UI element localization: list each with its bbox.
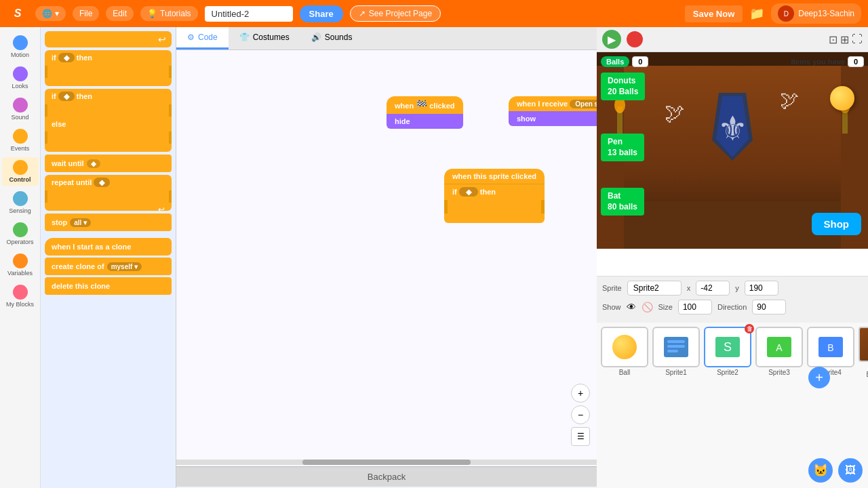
sprite-1-label: Sprite1: [665, 369, 687, 376]
costume-icon: 👕: [239, 33, 250, 42]
sprite-2-delete[interactable]: 🗑: [745, 324, 754, 333]
sprite-3-item[interactable]: A Sprite3: [755, 327, 803, 376]
add-sprite-button[interactable]: +: [808, 367, 830, 388]
motion-label: Motion: [11, 52, 29, 58]
svg-text:A: A: [776, 342, 783, 353]
add-backdrop-button[interactable]: 🖼: [838, 458, 863, 483]
sidebar-item-myblocks[interactable]: My Blocks: [2, 282, 39, 310]
show-hidden-button[interactable]: 🚫: [642, 302, 653, 312]
stage-item[interactable]: Stage Backdrops2: [859, 327, 868, 386]
operators-label: Operators: [6, 239, 33, 245]
edit-button[interactable]: Edit: [106, 6, 134, 21]
file-button[interactable]: File: [73, 6, 99, 21]
tab-costumes[interactable]: 👕 Costumes: [229, 27, 300, 49]
sprite-ball-label: Ball: [619, 369, 631, 376]
direction-label: Direction: [717, 303, 747, 311]
stop-block[interactable]: stop all ▾: [45, 214, 172, 231]
sprite1-image: [660, 333, 692, 361]
start-as-clone-block[interactable]: when I start as a clone: [45, 238, 172, 256]
share-button[interactable]: Share: [300, 5, 343, 22]
size-label: Size: [658, 303, 673, 311]
show-visible-button[interactable]: 👁: [627, 302, 636, 312]
bat-score-label: Bat80 balls: [601, 188, 644, 216]
project-title-input[interactable]: [205, 6, 293, 22]
create-clone-block[interactable]: create clone of myself ▾: [45, 258, 172, 275]
sprite-1-item[interactable]: Sprite1: [652, 327, 700, 376]
user-avatar: D: [778, 5, 794, 22]
variables-label: Variables: [7, 270, 33, 277]
sprite-ball-item[interactable]: Ball: [601, 327, 648, 376]
scrollbar-thumb[interactable]: [302, 460, 471, 465]
when-receive-group[interactable]: when I receive Open shop ▾ show: [509, 96, 597, 126]
sidebar-item-operators[interactable]: Operators: [2, 220, 39, 248]
tutorial-icon: 💡: [147, 9, 157, 18]
fullscreen-button[interactable]: ⛶: [852, 33, 863, 46]
topbar: S 🌐▾ File Edit 💡 Tutorials Share ↗ See P…: [0, 0, 868, 27]
expand-stage-button[interactable]: ⊞: [840, 33, 849, 46]
link-icon: ↗: [359, 9, 366, 18]
globe-button[interactable]: 🌐▾: [35, 6, 66, 21]
sprite-4-thumb[interactable]: B: [807, 327, 854, 367]
scratch-cat-button[interactable]: 🐱: [808, 458, 833, 483]
sidebar-item-variables[interactable]: Variables: [2, 251, 39, 279]
size-input[interactable]: [678, 300, 712, 314]
sidebar-item-looks[interactable]: Looks: [2, 64, 39, 92]
sprite-ball-thumb[interactable]: [601, 327, 648, 367]
sprite-2-label: Sprite2: [717, 369, 738, 376]
sidebar-item-sensing[interactable]: Sensing: [2, 188, 39, 217]
stage-thumb[interactable]: [859, 327, 868, 362]
code-icon: ⚙: [187, 33, 195, 42]
sidebar-item-events[interactable]: Events: [2, 126, 39, 155]
horizontal-scrollbar[interactable]: [176, 460, 597, 465]
save-now-button[interactable]: Save Now: [685, 5, 743, 22]
sprite-2-item[interactable]: 🗑 S Sprite2: [704, 327, 751, 376]
sprite-label: Sprite: [602, 284, 622, 292]
green-flag-button[interactable]: ▶: [602, 30, 621, 49]
balls-count: 0: [632, 56, 648, 67]
if-then-block-1[interactable]: if ◆ then: [45, 50, 172, 86]
sound-icon: 🔊: [311, 33, 321, 42]
menu-button[interactable]: ☰: [571, 427, 590, 446]
sprite-controls: Sprite x y Show 👁 🚫 Size Direction: [597, 276, 868, 323]
sidebar-item-motion[interactable]: Motion: [2, 33, 39, 61]
x-coord-input[interactable]: [696, 281, 730, 296]
user-menu-button[interactable]: D Deep13-Sachin: [771, 3, 861, 24]
code-canvas[interactable]: when 🏁 clicked hide when I receive Open …: [176, 50, 597, 487]
sprite-name-input[interactable]: [627, 281, 682, 296]
sidebar-item-sound[interactable]: Sound: [2, 95, 39, 123]
svg-text:🕊: 🕊: [665, 102, 685, 124]
zoom-in-button[interactable]: +: [571, 384, 590, 403]
direction-input[interactable]: [752, 300, 786, 314]
stop-button[interactable]: [627, 31, 643, 47]
folder-button[interactable]: 📁: [749, 6, 764, 21]
zoom-out-button[interactable]: −: [571, 405, 590, 424]
shop-button[interactable]: Shop: [812, 213, 862, 235]
see-project-button[interactable]: ↗ See Project Page: [350, 5, 441, 22]
when-clicked-group[interactable]: when 🏁 clicked hide: [387, 96, 463, 129]
sprite-2-thumb[interactable]: 🗑 S: [704, 327, 751, 367]
globe-icon: 🌐: [42, 9, 52, 18]
sprite4-image: B: [815, 333, 846, 361]
sprite-1-thumb[interactable]: [652, 327, 700, 367]
events-label: Events: [11, 145, 30, 152]
sidebar-item-control[interactable]: Control: [2, 157, 39, 186]
svg-text:⚜: ⚜: [717, 110, 748, 148]
pen-score-label: Pen13 balls: [601, 134, 644, 161]
if-then-else-block[interactable]: if ◆ then else: [45, 89, 172, 152]
delete-clone-block[interactable]: delete this clone: [45, 277, 172, 295]
compress-stage-button[interactable]: ⊡: [829, 33, 837, 46]
backpack-bar[interactable]: Backpack: [176, 466, 597, 487]
y-coord-input[interactable]: [745, 281, 778, 296]
tab-sounds[interactable]: 🔊 Sounds: [300, 27, 363, 49]
tab-code[interactable]: ⚙ Code: [176, 27, 229, 49]
sprite-clicked-group[interactable]: when this sprite clicked if ◆ then: [444, 169, 545, 223]
svg-rect-14: [667, 340, 685, 343]
zoom-controls: + − ☰: [571, 384, 590, 446]
collapse-block[interactable]: ↩: [45, 31, 172, 47]
tutorials-button[interactable]: 💡 Tutorials: [140, 6, 198, 21]
wait-until-block[interactable]: wait until ◆: [45, 155, 172, 172]
svg-text:B: B: [827, 342, 833, 353]
items-counter: Items you have 0: [791, 56, 864, 67]
repeat-until-block[interactable]: repeat until ◆ ↩: [45, 175, 172, 211]
sprite-3-thumb[interactable]: A: [755, 327, 803, 367]
